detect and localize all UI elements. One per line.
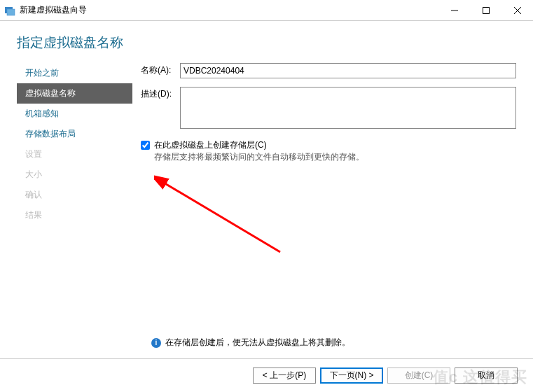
tier-checkbox-desc: 存储层支持将最频繁访问的文件自动移动到更快的存储。 <box>154 151 364 163</box>
titlebar: 新建虚拟磁盘向导 <box>0 0 533 21</box>
sidebar-item-enclosure[interactable]: 机箱感知 <box>17 104 132 124</box>
tier-checkbox[interactable] <box>141 141 150 150</box>
maximize-button[interactable] <box>470 0 501 21</box>
name-label: 名称(A): <box>141 63 180 78</box>
desc-label: 描述(D): <box>141 87 180 131</box>
app-icon <box>4 5 15 16</box>
next-button[interactable]: 下一页(N) > <box>320 368 383 384</box>
info-icon: i <box>151 338 161 348</box>
sidebar-item-layout[interactable]: 存储数据布局 <box>17 124 132 144</box>
window-controls <box>438 0 533 21</box>
sidebar-item-settings: 设置 <box>17 144 132 164</box>
info-text: 在存储层创建后，便无法从虚拟磁盘上将其删除。 <box>165 337 350 349</box>
content-area: 开始之前 虚拟磁盘名称 机箱感知 存储数据布局 设置 大小 确认 结果 名称(A… <box>0 60 533 225</box>
svg-rect-3 <box>483 7 489 13</box>
page-heading: 指定虚拟磁盘名称 <box>0 21 533 60</box>
desc-input[interactable] <box>180 87 516 129</box>
name-input[interactable] <box>180 63 516 78</box>
svg-rect-1 <box>7 9 15 15</box>
close-button[interactable] <box>501 0 533 21</box>
cancel-button[interactable]: 取消 <box>455 368 518 384</box>
sidebar-item-diskname[interactable]: 虚拟磁盘名称 <box>17 83 132 104</box>
tier-checkbox-label: 在此虚拟磁盘上创建存储层(C) <box>154 139 364 151</box>
form-panel: 名称(A): 描述(D): 在此虚拟磁盘上创建存储层(C) 存储层支持将最频繁访… <box>132 60 516 225</box>
info-note: i 在存储层创建后，便无法从虚拟磁盘上将其删除。 <box>151 337 350 349</box>
sidebar-item-result: 结果 <box>17 205 132 225</box>
create-button: 创建(C) <box>387 368 450 384</box>
wizard-sidebar: 开始之前 虚拟磁盘名称 机箱感知 存储数据布局 设置 大小 确认 结果 <box>17 60 132 225</box>
sidebar-item-confirm: 确认 <box>17 185 132 205</box>
minimize-button[interactable] <box>438 0 470 21</box>
sidebar-item-before[interactable]: 开始之前 <box>17 63 132 83</box>
prev-button[interactable]: < 上一步(P) <box>253 368 316 384</box>
wizard-footer: < 上一步(P) 下一页(N) > 创建(C) 取消 <box>0 358 533 392</box>
window-title: 新建虚拟磁盘向导 <box>20 4 87 16</box>
sidebar-item-size: 大小 <box>17 164 132 185</box>
